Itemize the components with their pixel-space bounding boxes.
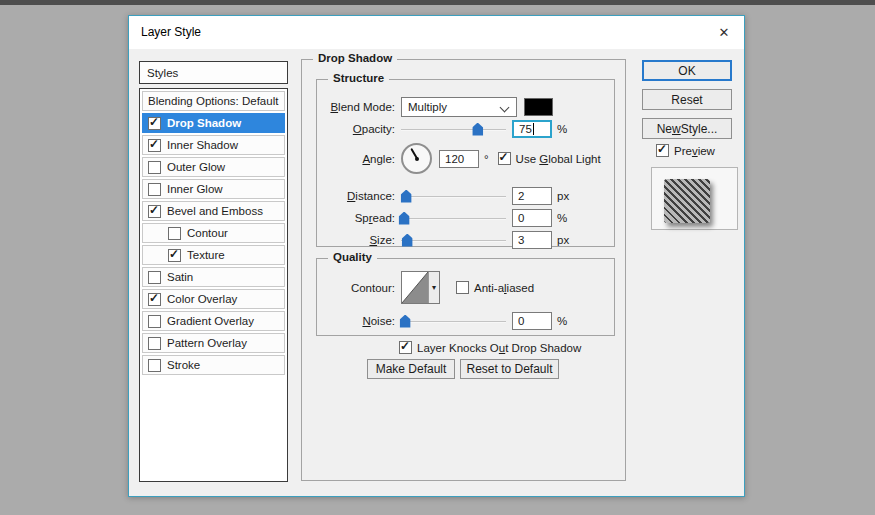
anti-aliased-checkbox[interactable] (456, 281, 469, 294)
preview-panel (651, 167, 738, 230)
sidebar-item-label: Outer Glow (167, 161, 225, 173)
preview-checkbox[interactable] (656, 144, 669, 157)
noise-slider-thumb[interactable] (400, 315, 411, 328)
contour-label: Contour: (317, 282, 395, 294)
title-bar: Layer Style ✕ (129, 16, 744, 49)
style-enable-checkbox[interactable] (168, 227, 181, 240)
noise-input[interactable]: 0 (512, 312, 552, 330)
sidebar-item-label: Inner Glow (167, 183, 223, 195)
sidebar-item-label: Pattern Overlay (167, 337, 247, 349)
blend-mode-row: Blend Mode: Multiply (317, 97, 553, 117)
distance-slider[interactable] (401, 189, 506, 204)
sidebar-item-gradient-overlay[interactable]: Gradient Overlay (142, 311, 285, 331)
angle-dial[interactable] (401, 143, 432, 174)
sidebar-item-texture[interactable]: Texture (142, 245, 285, 265)
sidebar-item-label: Stroke (167, 359, 200, 371)
preview-label: Preview (674, 145, 715, 157)
sidebar-item-inner-shadow[interactable]: Inner Shadow (142, 135, 285, 155)
contour-thumbnail[interactable] (402, 272, 428, 303)
size-slider-thumb[interactable] (402, 234, 413, 247)
noise-slider-track[interactable] (401, 321, 506, 323)
size-slider-track[interactable] (401, 240, 506, 242)
distance-slider-track[interactable] (401, 196, 506, 198)
noise-unit: % (557, 315, 567, 327)
contour-row: Contour: ▾ Anti-aliased (317, 271, 534, 304)
distance-row: Distance: 2 px (317, 186, 569, 206)
angle-dial-hub (415, 157, 419, 161)
style-enable-checkbox[interactable] (168, 249, 181, 262)
sidebar-item-stroke[interactable]: Stroke (142, 355, 285, 375)
style-enable-checkbox[interactable] (148, 271, 161, 284)
make-default-button[interactable]: Make Default (367, 359, 455, 379)
sidebar-item-label: Drop Shadow (167, 117, 241, 129)
opacity-slider-track[interactable] (401, 129, 506, 131)
new-style-button[interactable]: New Style... (642, 118, 732, 139)
style-enable-checkbox[interactable] (148, 161, 161, 174)
reset-button[interactable]: Reset (642, 89, 732, 110)
sidebar-item-label: Contour (187, 227, 228, 239)
reset-to-default-button[interactable]: Reset to Default (460, 359, 559, 379)
blend-mode-label: Blend Mode: (317, 101, 395, 113)
sidebar-item-drop-shadow[interactable]: Drop Shadow (142, 113, 285, 133)
sidebar-item-label: Texture (187, 249, 225, 261)
sidebar-item-label: Gradient Overlay (167, 315, 254, 327)
angle-input[interactable]: 120 (439, 150, 479, 168)
style-enable-checkbox[interactable] (148, 183, 161, 196)
styles-list: Blending Options: DefaultDrop ShadowInne… (139, 88, 288, 482)
style-enable-checkbox[interactable] (148, 337, 161, 350)
ok-button[interactable]: OK (642, 60, 732, 81)
opacity-label: Opacity: (317, 123, 395, 135)
opacity-unit: % (557, 123, 567, 135)
distance-input[interactable]: 2 (512, 187, 552, 205)
style-enable-checkbox[interactable] (148, 359, 161, 372)
use-global-light-checkbox[interactable] (498, 152, 511, 165)
spread-slider-thumb[interactable] (399, 212, 410, 225)
preview-row: Preview (656, 144, 715, 157)
close-icon[interactable]: ✕ (714, 23, 734, 43)
opacity-input[interactable]: 75 (512, 120, 552, 138)
style-enable-checkbox[interactable] (148, 139, 161, 152)
noise-label: Noise: (317, 315, 395, 327)
sidebar-item-contour[interactable]: Contour (142, 223, 285, 243)
size-slider[interactable] (401, 233, 506, 248)
sidebar-item-label: Blending Options: Default (148, 95, 278, 107)
contour-dropdown-arrow[interactable]: ▾ (428, 272, 439, 303)
style-enable-checkbox[interactable] (148, 293, 161, 306)
sidebar-item-blending-options-default[interactable]: Blending Options: Default (142, 91, 285, 111)
style-enable-checkbox[interactable] (148, 117, 161, 130)
spread-input[interactable]: 0 (512, 209, 552, 227)
dialog-title: Layer Style (141, 25, 201, 39)
sidebar-item-bevel-and-emboss[interactable]: Bevel and Emboss (142, 201, 285, 221)
style-enable-checkbox[interactable] (148, 205, 161, 218)
sidebar-item-satin[interactable]: Satin (142, 267, 285, 287)
sidebar-item-inner-glow[interactable]: Inner Glow (142, 179, 285, 199)
size-input[interactable]: 3 (512, 231, 552, 249)
layer-knockout-row: Layer Knocks Out Drop Shadow (399, 341, 581, 354)
shadow-color-swatch[interactable] (524, 98, 553, 116)
opacity-slider-thumb[interactable] (472, 123, 483, 136)
distance-slider-thumb[interactable] (401, 190, 412, 203)
sidebar-item-outer-glow[interactable]: Outer Glow (142, 157, 285, 177)
spread-unit: % (557, 212, 567, 224)
blend-mode-dropdown[interactable]: Multiply (401, 97, 517, 117)
spread-slider[interactable] (401, 211, 506, 226)
preview-style-thumbnail (664, 179, 710, 223)
sidebar-item-color-overlay[interactable]: Color Overlay (142, 289, 285, 309)
angle-row: Angle: 120 ° Use Global Light (317, 142, 601, 175)
spread-slider-track[interactable] (401, 218, 506, 220)
noise-slider[interactable] (401, 314, 506, 329)
top-edge-strip (0, 0, 875, 5)
chevron-down-icon (500, 103, 510, 113)
size-unit: px (557, 234, 569, 246)
sidebar-item-label: Inner Shadow (167, 139, 238, 151)
contour-picker[interactable]: ▾ (401, 271, 440, 304)
opacity-slider[interactable] (401, 122, 506, 137)
sidebar-item-label: Color Overlay (167, 293, 237, 305)
screen: Layer Style ✕ Styles Blending Options: D… (0, 0, 875, 515)
style-enable-checkbox[interactable] (148, 315, 161, 328)
layer-knockout-checkbox[interactable] (399, 341, 412, 354)
sidebar-item-pattern-overlay[interactable]: Pattern Overlay (142, 333, 285, 353)
angle-label: Angle: (317, 153, 395, 165)
spread-row: Spread: 0 % (317, 208, 567, 228)
sidebar-item-label: Bevel and Emboss (167, 205, 263, 217)
